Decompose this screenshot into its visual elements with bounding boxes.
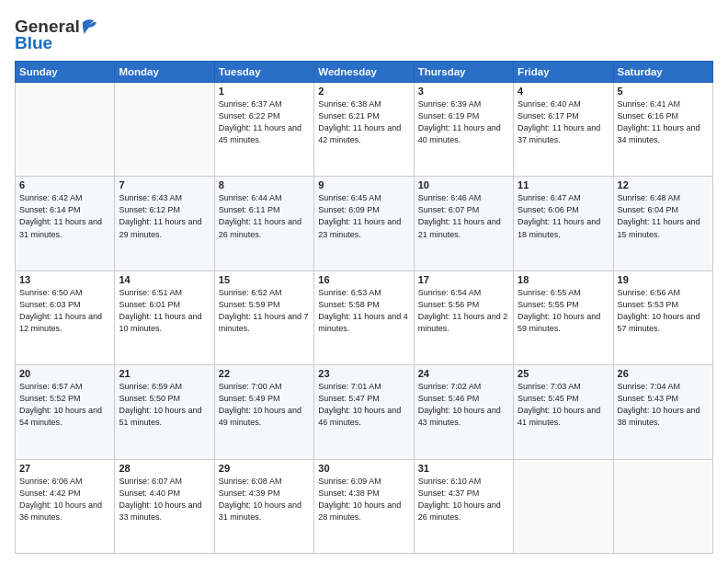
day-info: Sunrise: 6:44 AMSunset: 6:11 PMDaylight:… xyxy=(219,192,310,240)
day-info: Sunrise: 6:50 AMSunset: 6:03 PMDaylight:… xyxy=(19,287,110,335)
day-info: Sunrise: 6:38 AMSunset: 6:21 PMDaylight:… xyxy=(318,98,409,146)
day-number: 18 xyxy=(518,274,609,285)
calendar-week-5: 27Sunrise: 6:06 AMSunset: 4:42 PMDayligh… xyxy=(16,459,713,553)
calendar-cell: 7Sunrise: 6:43 AMSunset: 6:12 PMDaylight… xyxy=(115,177,214,270)
calendar-cell: 2Sunrise: 6:38 AMSunset: 6:21 PMDaylight… xyxy=(314,83,414,177)
day-number: 24 xyxy=(418,368,509,379)
logo: General Blue xyxy=(15,17,97,53)
day-info: Sunrise: 6:40 AMSunset: 6:17 PMDaylight:… xyxy=(518,98,609,146)
day-number: 21 xyxy=(119,368,210,379)
calendar-cell xyxy=(115,83,214,177)
day-info: Sunrise: 6:10 AMSunset: 4:37 PMDaylight:… xyxy=(418,476,509,523)
day-info: Sunrise: 6:45 AMSunset: 6:09 PMDaylight:… xyxy=(318,192,409,240)
day-number: 9 xyxy=(318,179,409,190)
day-number: 19 xyxy=(618,274,709,285)
day-number: 3 xyxy=(418,86,509,97)
calendar-cell: 9Sunrise: 6:45 AMSunset: 6:09 PMDaylight… xyxy=(314,177,414,270)
calendar-cell: 16Sunrise: 6:53 AMSunset: 5:58 PMDayligh… xyxy=(314,270,414,364)
day-info: Sunrise: 7:03 AMSunset: 5:45 PMDaylight:… xyxy=(518,381,609,429)
day-number: 12 xyxy=(618,179,709,190)
day-number: 20 xyxy=(19,368,110,379)
day-number: 22 xyxy=(219,368,310,379)
day-number: 2 xyxy=(318,86,409,97)
weekday-header-thursday: Thursday xyxy=(414,62,513,83)
calendar-cell: 31Sunrise: 6:10 AMSunset: 4:37 PMDayligh… xyxy=(414,459,513,553)
calendar-cell: 4Sunrise: 6:40 AMSunset: 6:17 PMDaylight… xyxy=(514,83,613,177)
calendar-cell: 26Sunrise: 7:04 AMSunset: 5:43 PMDayligh… xyxy=(613,365,712,459)
day-info: Sunrise: 6:56 AMSunset: 5:53 PMDaylight:… xyxy=(618,287,709,335)
day-number: 10 xyxy=(418,179,509,190)
calendar-cell xyxy=(613,459,712,553)
page: General Blue SundayMondayTuesdayWednesda… xyxy=(0,0,728,563)
weekday-header-friday: Friday xyxy=(514,62,613,83)
day-info: Sunrise: 6:39 AMSunset: 6:19 PMDaylight:… xyxy=(418,98,509,146)
day-info: Sunrise: 6:46 AMSunset: 6:07 PMDaylight:… xyxy=(418,192,509,240)
calendar-cell: 13Sunrise: 6:50 AMSunset: 6:03 PMDayligh… xyxy=(16,270,115,364)
day-number: 16 xyxy=(318,274,409,285)
day-info: Sunrise: 6:52 AMSunset: 5:59 PMDaylight:… xyxy=(219,287,310,335)
day-number: 28 xyxy=(119,463,210,474)
calendar-week-1: 1Sunrise: 6:37 AMSunset: 6:22 PMDaylight… xyxy=(16,83,713,177)
day-info: Sunrise: 7:02 AMSunset: 5:46 PMDaylight:… xyxy=(418,381,509,429)
calendar-cell: 25Sunrise: 7:03 AMSunset: 5:45 PMDayligh… xyxy=(514,365,613,459)
calendar-cell: 20Sunrise: 6:57 AMSunset: 5:52 PMDayligh… xyxy=(16,365,115,459)
day-info: Sunrise: 6:59 AMSunset: 5:50 PMDaylight:… xyxy=(119,381,210,429)
weekday-header-saturday: Saturday xyxy=(613,62,712,83)
day-info: Sunrise: 6:55 AMSunset: 5:55 PMDaylight:… xyxy=(518,287,609,335)
calendar-cell: 5Sunrise: 6:41 AMSunset: 6:16 PMDaylight… xyxy=(613,83,712,177)
calendar-cell: 10Sunrise: 6:46 AMSunset: 6:07 PMDayligh… xyxy=(414,177,513,270)
day-info: Sunrise: 6:53 AMSunset: 5:58 PMDaylight:… xyxy=(318,287,409,335)
day-info: Sunrise: 6:07 AMSunset: 4:40 PMDaylight:… xyxy=(119,476,210,523)
day-info: Sunrise: 6:47 AMSunset: 6:06 PMDaylight:… xyxy=(518,192,609,240)
day-number: 1 xyxy=(219,86,310,97)
day-number: 13 xyxy=(19,274,110,285)
day-number: 14 xyxy=(119,274,210,285)
day-number: 8 xyxy=(219,179,310,190)
header: General Blue xyxy=(15,13,713,53)
day-info: Sunrise: 6:57 AMSunset: 5:52 PMDaylight:… xyxy=(19,381,110,429)
weekday-header-monday: Monday xyxy=(115,62,214,83)
calendar-cell: 22Sunrise: 7:00 AMSunset: 5:49 PMDayligh… xyxy=(214,365,313,459)
calendar-cell: 21Sunrise: 6:59 AMSunset: 5:50 PMDayligh… xyxy=(115,365,214,459)
weekday-header-tuesday: Tuesday xyxy=(214,62,313,83)
day-info: Sunrise: 6:37 AMSunset: 6:22 PMDaylight:… xyxy=(219,98,310,146)
day-info: Sunrise: 7:00 AMSunset: 5:49 PMDaylight:… xyxy=(219,381,310,429)
day-number: 6 xyxy=(19,179,110,190)
day-info: Sunrise: 6:43 AMSunset: 6:12 PMDaylight:… xyxy=(119,192,210,240)
logo-bird-icon xyxy=(81,16,97,36)
weekday-header-row: SundayMondayTuesdayWednesdayThursdayFrid… xyxy=(16,62,713,83)
calendar-cell: 24Sunrise: 7:02 AMSunset: 5:46 PMDayligh… xyxy=(414,365,513,459)
calendar-cell: 30Sunrise: 6:09 AMSunset: 4:38 PMDayligh… xyxy=(314,459,414,553)
day-number: 5 xyxy=(618,86,709,97)
weekday-header-wednesday: Wednesday xyxy=(314,62,414,83)
calendar-cell: 6Sunrise: 6:42 AMSunset: 6:14 PMDaylight… xyxy=(16,177,115,270)
calendar-cell: 1Sunrise: 6:37 AMSunset: 6:22 PMDaylight… xyxy=(214,83,313,177)
day-number: 23 xyxy=(318,368,409,379)
day-info: Sunrise: 6:42 AMSunset: 6:14 PMDaylight:… xyxy=(19,192,110,240)
calendar-week-2: 6Sunrise: 6:42 AMSunset: 6:14 PMDaylight… xyxy=(16,177,713,270)
day-number: 27 xyxy=(19,463,110,474)
day-number: 4 xyxy=(518,86,609,97)
day-number: 29 xyxy=(219,463,310,474)
calendar-table: SundayMondayTuesdayWednesdayThursdayFrid… xyxy=(15,61,713,554)
calendar-cell: 15Sunrise: 6:52 AMSunset: 5:59 PMDayligh… xyxy=(214,270,313,364)
calendar-cell: 23Sunrise: 7:01 AMSunset: 5:47 PMDayligh… xyxy=(314,365,414,459)
day-info: Sunrise: 6:08 AMSunset: 4:39 PMDaylight:… xyxy=(219,476,310,523)
calendar-cell: 8Sunrise: 6:44 AMSunset: 6:11 PMDaylight… xyxy=(214,177,313,270)
calendar-cell: 27Sunrise: 6:06 AMSunset: 4:42 PMDayligh… xyxy=(16,459,115,553)
day-info: Sunrise: 6:51 AMSunset: 6:01 PMDaylight:… xyxy=(119,287,210,335)
calendar-cell xyxy=(514,459,613,553)
day-info: Sunrise: 6:48 AMSunset: 6:04 PMDaylight:… xyxy=(618,192,709,240)
calendar-cell: 17Sunrise: 6:54 AMSunset: 5:56 PMDayligh… xyxy=(414,270,513,364)
day-number: 26 xyxy=(618,368,709,379)
calendar-week-4: 20Sunrise: 6:57 AMSunset: 5:52 PMDayligh… xyxy=(16,365,713,459)
weekday-header-sunday: Sunday xyxy=(16,62,115,83)
day-number: 25 xyxy=(518,368,609,379)
day-info: Sunrise: 6:09 AMSunset: 4:38 PMDaylight:… xyxy=(318,476,409,523)
calendar-cell: 11Sunrise: 6:47 AMSunset: 6:06 PMDayligh… xyxy=(514,177,613,270)
calendar-cell: 28Sunrise: 6:07 AMSunset: 4:40 PMDayligh… xyxy=(115,459,214,553)
day-info: Sunrise: 7:01 AMSunset: 5:47 PMDaylight:… xyxy=(318,381,409,429)
calendar-week-3: 13Sunrise: 6:50 AMSunset: 6:03 PMDayligh… xyxy=(16,270,713,364)
day-number: 15 xyxy=(219,274,310,285)
day-info: Sunrise: 6:41 AMSunset: 6:16 PMDaylight:… xyxy=(618,98,709,146)
